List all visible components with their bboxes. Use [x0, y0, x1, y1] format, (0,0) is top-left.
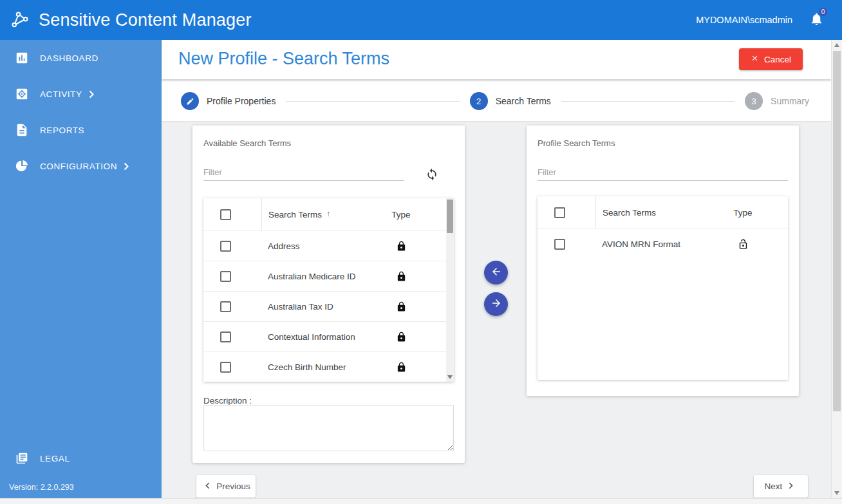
sync-icon — [426, 168, 438, 181]
sidebar-item-reports[interactable]: REPORTS — [0, 112, 162, 148]
vertical-scrollbar[interactable] — [831, 40, 842, 498]
sidebar-item-label: DASHBOARD — [40, 53, 98, 63]
lock-closed-icon — [356, 240, 446, 252]
dashboard-icon — [14, 51, 30, 65]
table-row: Contextual Information — [203, 321, 446, 351]
chevron-left-icon — [201, 480, 214, 494]
app-title: Sensitive Content Manager — [39, 10, 252, 30]
move-right-button[interactable] — [484, 292, 508, 316]
search-term-name: AVION MRN Format — [595, 239, 698, 249]
description-label: Description : — [203, 396, 252, 406]
step-connector — [286, 101, 459, 102]
sidebar-item-configuration[interactable]: CONFIGURATION — [0, 148, 162, 184]
next-button-label: Next — [765, 481, 783, 491]
panel-title: Available Search Terms — [203, 138, 291, 148]
table-row: Czech Birth Number — [203, 351, 446, 382]
lock-closed-icon — [356, 301, 446, 313]
cancel-button[interactable]: Cancel — [739, 48, 803, 70]
search-term-name: Address — [261, 241, 356, 251]
scroll-down-arrow[interactable] — [834, 491, 839, 495]
sidebar-item-activity[interactable]: ACTIVITY — [0, 76, 162, 112]
description-textarea[interactable] — [203, 405, 454, 451]
available-search-terms-table: Search Terms ↑ Type AddressAustralian Me… — [203, 198, 454, 382]
reports-icon — [14, 123, 30, 137]
search-terms-column-header[interactable]: Search Terms — [595, 196, 698, 229]
move-left-button[interactable] — [484, 261, 508, 285]
page-title: New Profile - Search Terms — [178, 49, 389, 69]
scroll-down-arrow[interactable] — [447, 375, 453, 379]
chevron-right-icon — [89, 90, 95, 98]
step-search-terms[interactable]: 2 Search Terms — [470, 92, 551, 110]
table-scrollbar[interactable] — [446, 198, 454, 382]
version-text: Version: 2.2.0.293 — [9, 483, 74, 492]
row-checkbox[interactable] — [554, 239, 565, 250]
sidebar: DASHBOARD ACTIVITY REPORTS CONFIGURATION… — [0, 40, 162, 498]
table-row: AVION MRN Format — [538, 229, 788, 259]
sidebar-item-legal[interactable]: LEGAL — [0, 444, 162, 472]
select-all-checkbox[interactable] — [220, 209, 231, 220]
row-checkbox[interactable] — [220, 241, 231, 252]
search-term-name: Australian Medicare ID — [261, 272, 356, 281]
step-summary[interactable]: 3 Summary — [745, 92, 809, 110]
row-checkbox[interactable] — [220, 301, 231, 312]
column-header-label: Search Terms — [603, 208, 656, 218]
chevron-right-icon — [124, 162, 129, 171]
table-row: Address — [203, 230, 446, 261]
app-header: Sensitive Content Manager MYDOMAIN\scmad… — [0, 0, 842, 40]
profile-search-terms-panel: Profile Search Terms Search Terms Type A… — [527, 126, 799, 396]
step-number: 3 — [745, 92, 763, 110]
transfer-controls — [484, 261, 508, 316]
profile-search-terms-table: Search Terms Type AVION MRN Format — [538, 196, 788, 380]
step-number: 2 — [470, 92, 488, 110]
step-label: Search Terms — [496, 96, 551, 106]
logged-in-user: MYDOMAIN\scmadmin — [696, 15, 792, 25]
lock-closed-icon — [356, 270, 446, 283]
app-logo-icon — [10, 10, 30, 30]
type-column-header: Type — [356, 210, 446, 219]
arrow-right-icon — [491, 297, 502, 311]
sidebar-item-label: REPORTS — [40, 126, 84, 135]
search-term-name: Australian Tax ID — [261, 302, 356, 312]
sidebar-item-dashboard[interactable]: DASHBOARD — [0, 40, 162, 76]
type-column-header: Type — [698, 208, 788, 218]
step-profile-properties[interactable]: Profile Properties — [181, 92, 276, 110]
bell-icon — [809, 18, 824, 29]
search-term-name: Czech Birth Number — [261, 362, 356, 372]
scrollbar-thumb[interactable] — [833, 51, 841, 411]
profile-filter-input[interactable] — [538, 164, 788, 181]
previous-button-label: Previous — [216, 481, 250, 491]
edit-icon — [181, 92, 199, 110]
row-checkbox[interactable] — [220, 271, 231, 282]
refresh-button[interactable] — [426, 168, 438, 181]
cancel-button-label: Cancel — [764, 55, 791, 64]
scroll-up-arrow[interactable] — [834, 43, 839, 47]
notification-count-badge: 0 — [818, 6, 828, 17]
page-titlebar: New Profile - Search Terms Cancel — [162, 40, 831, 79]
legal-icon — [14, 452, 30, 465]
table-header-row: Search Terms ↑ Type — [203, 198, 446, 230]
activity-icon — [14, 87, 30, 101]
panel-title: Profile Search Terms — [538, 138, 615, 148]
lock-closed-icon — [356, 361, 446, 373]
select-all-checkbox[interactable] — [554, 207, 565, 218]
chevron-right-icon — [785, 480, 797, 494]
previous-button[interactable]: Previous — [196, 475, 256, 498]
table-row: Australian Medicare ID — [203, 261, 446, 291]
row-checkbox[interactable] — [220, 362, 231, 373]
available-search-terms-panel: Available Search Terms Search Terms ↑ Ty… — [192, 126, 465, 463]
legal-label: LEGAL — [40, 454, 70, 463]
lock-open-icon — [698, 238, 788, 250]
main-content: New Profile - Search Terms Cancel Profil… — [162, 40, 831, 498]
step-label: Summary — [771, 96, 809, 106]
next-button[interactable]: Next — [754, 475, 808, 498]
row-checkbox[interactable] — [220, 331, 231, 342]
step-connector — [561, 101, 734, 102]
notifications-button[interactable]: 0 — [809, 11, 824, 30]
available-filter-input[interactable] — [203, 164, 404, 181]
column-header-label: Search Terms — [268, 210, 322, 219]
horizontal-scrollbar[interactable] — [0, 498, 842, 504]
table-row: Australian Tax ID — [203, 291, 446, 321]
sort-ascending-icon: ↑ — [326, 209, 330, 218]
scrollbar-thumb[interactable] — [447, 200, 453, 233]
search-terms-column-header[interactable]: Search Terms ↑ — [261, 198, 356, 230]
